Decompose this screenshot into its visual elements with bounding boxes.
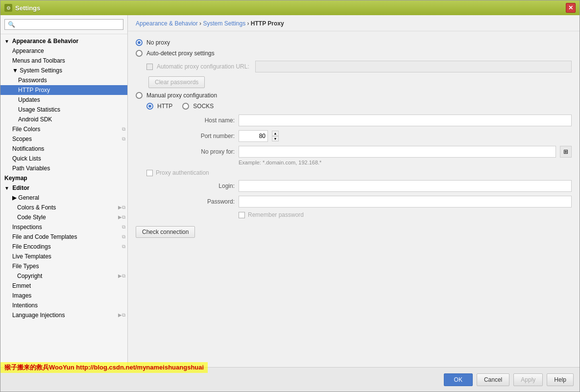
settings-window: ⚙ Settings ✕ ▼ Appearance & Behavior App… (0, 0, 580, 392)
general-arrow: ▶ (12, 194, 17, 201)
auto-config-row: Automatic proxy configuration URL: (146, 61, 572, 72)
watermark: 猴子搬来的救兵WooYun http://blog.csdn.net/mynam… (0, 362, 208, 373)
sidebar-item-updates[interactable]: Updates (0, 95, 127, 105)
copy-icon: ⧉ (122, 126, 125, 132)
sidebar-tree: ▼ Appearance & Behavior Appearance Menus… (0, 34, 127, 367)
http-radio-row: HTTP (146, 103, 172, 110)
auto-detect-radio[interactable] (136, 50, 143, 57)
port-spinner: ▲ ▼ (272, 131, 279, 141)
ok-button[interactable]: OK (444, 373, 473, 386)
apply-button[interactable]: Apply (513, 373, 543, 386)
http-radio[interactable] (146, 103, 153, 110)
system-settings-arrow: ▼ (12, 67, 18, 74)
copy-icon-colors: ▶⧉ (118, 205, 125, 210)
login-label: Login: (146, 183, 235, 189)
login-input[interactable] (239, 180, 572, 192)
manual-proxy-row: Manual proxy configuration (136, 92, 572, 99)
sidebar-item-menus-toolbars[interactable]: Menus and Toolbars (0, 56, 127, 66)
sidebar-item-android-sdk[interactable]: Android SDK (0, 115, 127, 124)
copy-icon-inspections: ⧉ (122, 224, 125, 230)
settings-content: No proxy Auto-detect proxy settings Auto… (128, 31, 580, 367)
sidebar-item-scopes[interactable]: Scopes ⧉ (0, 134, 127, 144)
copy-icon-fct: ⧉ (122, 234, 125, 240)
manual-proxy-label: Manual proxy configuration (146, 92, 217, 99)
sidebar-item-copyright[interactable]: Copyright ▶⧉ (0, 271, 127, 281)
sidebar-item-editor[interactable]: ▼ Editor (0, 183, 127, 193)
example-text: Example: *.domain.com, 192.168.* (235, 160, 572, 165)
auto-config-label: Automatic proxy configuration URL: (157, 63, 249, 70)
sidebar-item-file-types[interactable]: File Types (0, 261, 127, 271)
sidebar-item-emmet[interactable]: Emmet (0, 281, 127, 291)
port-input[interactable] (239, 130, 268, 142)
proxy-auth-label: Proxy authentication (156, 169, 209, 176)
port-row: Port number: ▲ ▼ (146, 130, 572, 142)
sidebar-item-appearance-behavior[interactable]: ▼ Appearance & Behavior (0, 36, 127, 46)
clear-passwords-button[interactable]: Clear passwords (148, 76, 205, 88)
proxy-auth-checkbox[interactable] (146, 170, 153, 176)
auto-config-section: Automatic proxy configuration URL: Clear… (146, 61, 572, 88)
password-input[interactable] (239, 196, 572, 208)
password-row: Password: (146, 196, 572, 208)
breadcrumb-part2: System Settings (203, 20, 245, 27)
sidebar-item-http-proxy[interactable]: HTTP Proxy (0, 85, 127, 95)
hostname-label: Host name: (146, 117, 235, 124)
sidebar-item-images[interactable]: Images (0, 291, 127, 300)
title-bar: ⚙ Settings ✕ (0, 0, 580, 15)
sidebar-item-general[interactable]: ▶ General (0, 193, 127, 203)
manual-proxy-section: HTTP SOCKS Host name: Port (146, 103, 572, 218)
remember-password-checkbox[interactable] (239, 212, 245, 218)
remember-password-label: Remember password (248, 211, 304, 218)
editor-arrow: ▼ (4, 185, 9, 191)
sidebar-item-file-encodings[interactable]: File Encodings ⧉ (0, 242, 127, 252)
socks-radio[interactable] (182, 103, 189, 110)
auto-config-url-input[interactable] (255, 61, 572, 72)
sidebar-item-colors-fonts[interactable]: Colors & Fonts ▶⧉ (0, 203, 127, 212)
sidebar-item-notifications[interactable]: Notifications (0, 144, 127, 154)
no-proxy-label: No proxy (146, 39, 170, 46)
sidebar-item-inspections[interactable]: Inspections ⧉ (0, 222, 127, 232)
sidebar-item-file-colors[interactable]: File Colors ⧉ (0, 124, 127, 134)
sidebar-item-path-variables[interactable]: Path Variables (0, 163, 127, 173)
bottom-bar: 猴子搬来的救兵WooYun http://blog.csdn.net/mynam… (0, 367, 580, 392)
cancel-button[interactable]: Cancel (477, 373, 509, 386)
close-button[interactable]: ✕ (566, 3, 576, 13)
app-icon: ⚙ (4, 4, 12, 12)
check-connection-button[interactable]: Check connection (136, 226, 195, 238)
sidebar: ▼ Appearance & Behavior Appearance Menus… (0, 15, 128, 367)
port-up-button[interactable]: ▲ (272, 131, 279, 136)
copy-icon-codestyle: ▶⧉ (118, 214, 125, 220)
help-button[interactable]: Help (547, 373, 574, 386)
no-proxy-for-input[interactable] (239, 146, 556, 158)
breadcrumb-sep2: › (247, 20, 250, 27)
sidebar-item-usage-statistics[interactable]: Usage Statistics (0, 105, 127, 115)
auto-config-checkbox[interactable] (146, 64, 153, 70)
title-bar-left: ⚙ Settings (4, 4, 40, 12)
expand-arrow: ▼ (4, 39, 9, 44)
hostname-input[interactable] (239, 115, 572, 126)
no-proxy-radio[interactable] (136, 39, 143, 46)
sidebar-item-appearance[interactable]: Appearance (0, 46, 127, 56)
no-proxy-row: No proxy (136, 39, 572, 46)
sidebar-item-file-code-templates[interactable]: File and Code Templates ⧉ (0, 232, 127, 242)
copy-icon-copyright: ▶⧉ (118, 273, 125, 279)
content-area: ▼ Appearance & Behavior Appearance Menus… (0, 15, 580, 367)
remember-password-row: Remember password (239, 211, 572, 218)
auto-detect-label: Auto-detect proxy settings (146, 50, 215, 57)
search-input[interactable] (4, 19, 123, 30)
sidebar-item-passwords[interactable]: Passwords (0, 75, 127, 85)
expand-button[interactable]: ⊞ (560, 146, 572, 158)
sidebar-item-quick-lists[interactable]: Quick Lists (0, 154, 127, 163)
port-down-button[interactable]: ▼ (272, 136, 279, 141)
sidebar-item-keymap[interactable]: Keymap (0, 173, 127, 183)
sidebar-item-code-style[interactable]: Code Style ▶⧉ (0, 212, 127, 222)
sidebar-item-language-injections[interactable]: Language Injections ▶⧉ (0, 310, 127, 320)
breadcrumb-part1: Appearance & Behavior (136, 20, 198, 27)
manual-proxy-radio[interactable] (136, 92, 143, 99)
sidebar-item-live-templates[interactable]: Live Templates (0, 252, 127, 261)
breadcrumb: Appearance & Behavior › System Settings … (128, 15, 580, 31)
http-label: HTTP (157, 103, 172, 110)
main-panel: Appearance & Behavior › System Settings … (128, 15, 580, 367)
sidebar-item-intentions[interactable]: Intentions (0, 300, 127, 310)
sidebar-item-system-settings[interactable]: ▼ System Settings (0, 66, 127, 75)
socks-radio-row: SOCKS (182, 103, 214, 110)
